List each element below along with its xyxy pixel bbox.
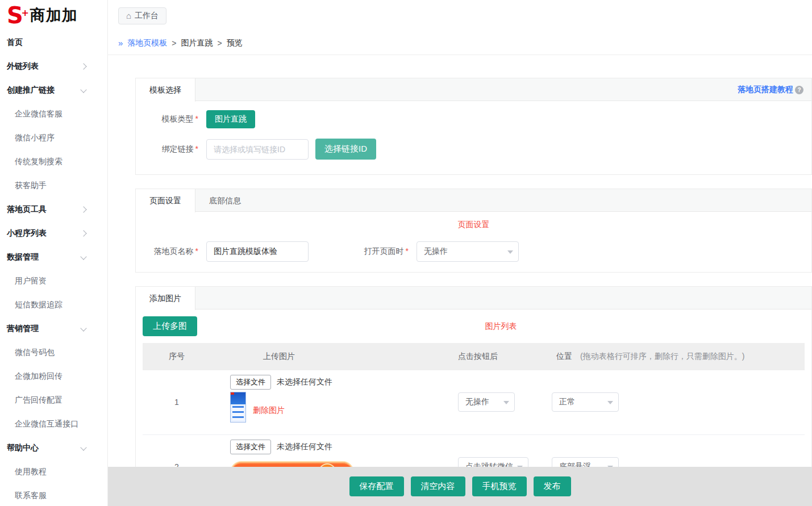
after-click-select[interactable]: 无操作 (458, 392, 515, 412)
template-type-button[interactable]: 图片直跳 (206, 110, 255, 128)
chevron-right-icon (80, 230, 86, 236)
sidebar-item-label: 数据管理 (7, 252, 39, 262)
sidebar-item-sms-tracking[interactable]: 短信数据追踪 (0, 293, 107, 317)
open-page-label: 打开页面时* (346, 246, 409, 257)
position-select-value: 正常 (559, 397, 575, 407)
sidebar-item-label: 用户留资 (15, 276, 47, 286)
uploaded-image-thumbnail[interactable] (230, 392, 246, 423)
sidebar-item-home[interactable]: 首页 (0, 31, 107, 55)
template-card-tabs: 模板选择 落地页搭建教程 ? (136, 78, 811, 101)
tutorial-link[interactable]: 落地页搭建教程 (738, 85, 793, 95)
sidebar-item-label: 企业微信客服 (15, 109, 63, 119)
chevron-right-icon (80, 63, 86, 69)
landing-name-input[interactable] (206, 241, 309, 262)
breadcrumb-separator: > (218, 39, 222, 48)
sidebar-item-label: 企微加粉回传 (15, 371, 63, 382)
sidebar-item-customer-assistant[interactable]: 获客助手 (0, 174, 107, 198)
breadcrumb-section: 图片直跳 (181, 38, 213, 48)
workspace-button[interactable]: ⌂ 工作台 (118, 7, 166, 24)
sidebar-item-wecom-service[interactable]: 企业微信客服 (0, 102, 107, 126)
page-settings-form-row: 落地页名称* 打开页面时* 无操作 (136, 241, 811, 262)
publish-button[interactable]: 发布 (534, 476, 571, 496)
required-mark: * (195, 114, 198, 123)
sidebar-menu: 首页 外链列表 创建推广链接 企业微信客服 微信小程序 传统复制搜索 获客助手 … (0, 31, 107, 506)
required-mark: * (406, 246, 409, 256)
upload-toolbar: 上传多图 图片列表 (143, 316, 805, 336)
sidebar-item-tutorial[interactable]: 使用教程 (0, 460, 107, 484)
template-type-row: 模板类型* 图片直跳 (136, 110, 811, 128)
breadcrumb-collapse-icon[interactable]: » (118, 38, 123, 48)
sidebar-item-marketing-management[interactable]: 营销管理 (0, 317, 107, 341)
choose-file-button[interactable]: 选择文件 (230, 440, 271, 454)
sidebar-item-miniprogram-list[interactable]: 小程序列表 (0, 221, 107, 245)
sidebar-item-wechat-number-pack[interactable]: 微信号码包 (0, 341, 107, 365)
file-status-text: 未选择任何文件 (277, 442, 332, 452)
sidebar-item-label: 创建推广链接 (7, 85, 55, 95)
app-root: S+ 商加加 首页 外链列表 创建推广链接 企业微信客服 微信小程序 传统复制搜… (0, 0, 812, 506)
sidebar-item-label: 外链列表 (7, 61, 39, 72)
required-mark: * (195, 144, 198, 153)
tab-page-settings[interactable]: 页面设置 (136, 189, 195, 212)
after-click-select-value: 无操作 (465, 397, 489, 407)
sidebar-item-label: 传统复制搜索 (15, 157, 63, 167)
caret-down-icon (503, 401, 509, 404)
row-upload-cell: 选择文件 未选择任何文件 删除图片 (211, 375, 458, 429)
page-settings-tabs: 页面设置 底部信息 (136, 189, 811, 212)
open-page-select[interactable]: 无操作 (417, 241, 519, 262)
upload-multi-button[interactable]: 上传多图 (143, 316, 197, 336)
sidebar-item-ad-callback-config[interactable]: 广告回传配置 (0, 388, 107, 412)
table-row: 1 选择文件 未选择任何文件 删除图片 (143, 370, 805, 435)
content: 模板选择 落地页搭建教程 ? 模板类型* 图片直跳 绑定链接* 选择链接ID (108, 55, 812, 506)
breadcrumb-root-link[interactable]: 落地页模板 (127, 38, 167, 48)
images-table-header: 序号 上传图片 点击按钮后 位置 (拖动表格行可排序，删除行，只需删除图片。) (143, 343, 805, 370)
bind-link-input[interactable] (206, 139, 309, 160)
add-images-tabs: 添加图片 (136, 287, 811, 310)
sidebar-item-contact-support[interactable]: 联系客服 (0, 484, 107, 506)
select-link-id-button[interactable]: 选择链接ID (315, 139, 376, 160)
sidebar-item-external-links[interactable]: 外链列表 (0, 55, 107, 78)
col-index-header: 序号 (143, 352, 211, 362)
tab-template-select[interactable]: 模板选择 (136, 78, 195, 102)
tab-add-images[interactable]: 添加图片 (136, 287, 195, 310)
sidebar-item-label: 广告回传配置 (15, 395, 63, 405)
sidebar-item-label: 企业微信互通接口 (15, 419, 78, 429)
choose-file-button[interactable]: 选择文件 (230, 375, 271, 390)
help-icon[interactable]: ? (795, 86, 803, 94)
caret-down-icon (507, 250, 513, 254)
brand-logo[interactable]: S+ 商加加 (0, 0, 107, 31)
mobile-preview-button[interactable]: 手机预览 (472, 476, 527, 496)
sidebar-item-landing-tools[interactable]: 落地页工具 (0, 198, 107, 221)
sidebar-item-traditional-copy-search[interactable]: 传统复制搜索 (0, 150, 107, 174)
sidebar-item-label: 使用教程 (15, 467, 47, 477)
chevron-down-icon (80, 86, 86, 93)
sidebar-item-label: 帮助中心 (7, 443, 39, 453)
col-upload-header: 上传图片 (211, 352, 347, 362)
sidebar-item-wecom-interconnect[interactable]: 企业微信互通接口 (0, 412, 107, 436)
sidebar-item-create-promo-link[interactable]: 创建推广链接 (0, 78, 107, 102)
col-position-header: 位置 (556, 352, 572, 362)
sidebar-item-help-center[interactable]: 帮助中心 (0, 436, 107, 460)
chevron-right-icon (80, 206, 86, 212)
plus-icon: + (21, 2, 27, 24)
save-config-button[interactable]: 保存配置 (349, 476, 404, 496)
open-page-select-value: 无操作 (424, 246, 448, 257)
tutorial-link-wrap: 落地页搭建教程 ? (738, 78, 803, 101)
sidebar-item-wecom-fans-callback[interactable]: 企微加粉回传 (0, 365, 107, 388)
sidebar-item-wechat-miniprogram[interactable]: 微信小程序 (0, 126, 107, 150)
clear-content-button[interactable]: 清空内容 (411, 476, 465, 496)
brand-name: 商加加 (30, 5, 78, 26)
bind-link-label: 绑定链接* (136, 144, 198, 154)
required-mark: * (195, 246, 198, 256)
chevron-down-icon (80, 444, 86, 450)
col-after-click-header: 点击按钮后 (458, 352, 552, 362)
sidebar-item-user-leads[interactable]: 用户留资 (0, 269, 107, 293)
main-area: ⌂ 工作台 » 落地页模板 > 图片直跳 > 预览 模板选择 落地页搭建教程 ? (108, 0, 812, 506)
delete-image-link[interactable]: 删除图片 (253, 405, 285, 416)
caret-down-icon (607, 401, 613, 404)
position-select[interactable]: 正常 (552, 392, 619, 412)
file-status-text: 未选择任何文件 (277, 377, 332, 387)
template-card-body: 模板类型* 图片直跳 绑定链接* 选择链接ID (136, 101, 811, 174)
tab-footer-info[interactable]: 底部信息 (195, 189, 255, 211)
page-settings-body: 页面设置 落地页名称* 打开页面时* 无操作 (136, 212, 811, 272)
sidebar-item-data-management[interactable]: 数据管理 (0, 245, 107, 269)
